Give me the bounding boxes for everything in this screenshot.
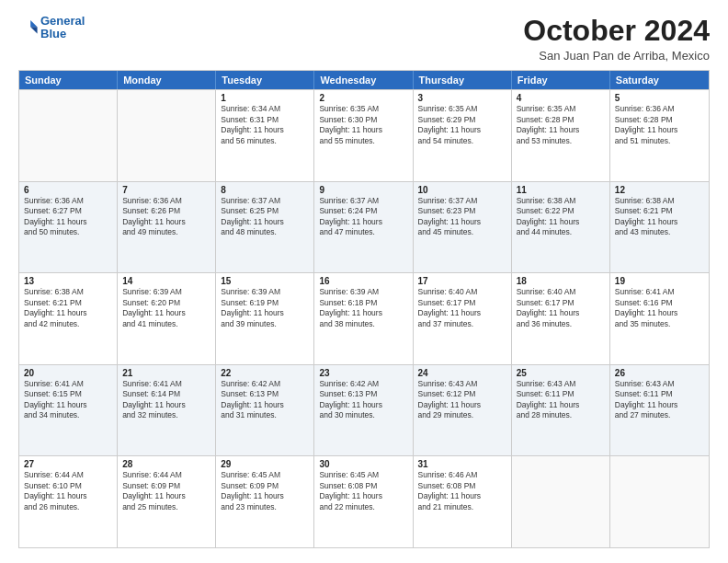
page: General Blue October 2024 San Juan Pan d…: [0, 0, 728, 563]
cell-info-line: Sunset: 6:15 PM: [24, 389, 112, 399]
cell-info-line: and 48 minutes.: [221, 227, 309, 237]
day-number: 8: [221, 185, 309, 195]
calendar-day-4: 4Sunrise: 6:35 AMSunset: 6:28 PMDaylight…: [512, 90, 610, 181]
cell-info-line: and 35 minutes.: [615, 319, 704, 329]
location: San Juan Pan de Arriba, Mexico: [523, 49, 710, 63]
cell-info-line: Daylight: 11 hours: [122, 217, 210, 227]
cell-info-line: and 38 minutes.: [319, 319, 407, 329]
cell-info-line: Sunrise: 6:39 AM: [122, 287, 210, 297]
calendar-day-27: 27Sunrise: 6:44 AMSunset: 6:10 PMDayligh…: [19, 456, 118, 547]
cell-info-line: Daylight: 11 hours: [517, 125, 605, 135]
cell-info-line: Sunrise: 6:39 AM: [319, 287, 407, 297]
cell-info-line: Daylight: 11 hours: [418, 400, 506, 410]
cell-info-line: and 43 minutes.: [615, 227, 704, 237]
cell-info-line: Sunrise: 6:42 AM: [221, 379, 309, 389]
cell-info-line: Daylight: 11 hours: [615, 217, 704, 227]
logo-text: General Blue: [40, 15, 85, 41]
calendar-day-30: 30Sunrise: 6:45 AMSunset: 6:08 PMDayligh…: [314, 456, 413, 547]
cell-info-line: and 53 minutes.: [517, 136, 605, 146]
cell-info-line: and 39 minutes.: [221, 319, 309, 329]
day-number: 11: [517, 185, 605, 195]
cell-info-line: and 51 minutes.: [615, 136, 704, 146]
cell-info-line: and 21 minutes.: [418, 502, 506, 512]
cell-info-line: Sunrise: 6:35 AM: [319, 104, 407, 114]
day-number: 24: [418, 368, 506, 378]
cell-info-line: and 23 minutes.: [221, 502, 309, 512]
title-block: October 2024 San Juan Pan de Arriba, Mex…: [523, 15, 710, 63]
cell-info-line: and 45 minutes.: [418, 227, 506, 237]
calendar-day-16: 16Sunrise: 6:39 AMSunset: 6:18 PMDayligh…: [314, 273, 413, 364]
cell-info-line: and 29 minutes.: [418, 410, 506, 420]
day-number: 18: [517, 276, 605, 286]
header-day-tuesday: Tuesday: [216, 71, 314, 89]
cell-info-line: Sunrise: 6:35 AM: [517, 104, 605, 114]
cell-info-line: Sunrise: 6:37 AM: [221, 196, 309, 206]
cell-info-line: and 26 minutes.: [24, 502, 112, 512]
cell-info-line: Sunrise: 6:34 AM: [221, 104, 309, 114]
calendar-row-4: 20Sunrise: 6:41 AMSunset: 6:15 PMDayligh…: [19, 364, 709, 456]
cell-info-line: and 44 minutes.: [517, 227, 605, 237]
calendar-day-6: 6Sunrise: 6:36 AMSunset: 6:27 PMDaylight…: [19, 182, 118, 273]
cell-info-line: and 36 minutes.: [517, 319, 605, 329]
calendar: SundayMondayTuesdayWednesdayThursdayFrid…: [18, 70, 710, 548]
day-number: 10: [418, 185, 506, 195]
day-number: 6: [24, 185, 112, 195]
cell-info-line: Daylight: 11 hours: [615, 308, 704, 318]
calendar-row-5: 27Sunrise: 6:44 AMSunset: 6:10 PMDayligh…: [19, 455, 709, 547]
day-number: 14: [122, 276, 210, 286]
cell-info-line: Sunrise: 6:43 AM: [517, 379, 605, 389]
cell-info-line: and 25 minutes.: [122, 502, 210, 512]
cell-info-line: and 28 minutes.: [517, 410, 605, 420]
cell-info-line: Sunset: 6:20 PM: [122, 298, 210, 308]
calendar-day-9: 9Sunrise: 6:37 AMSunset: 6:24 PMDaylight…: [314, 182, 413, 273]
day-number: 27: [24, 459, 112, 469]
cell-info-line: Daylight: 11 hours: [221, 217, 309, 227]
calendar-day-11: 11Sunrise: 6:38 AMSunset: 6:22 PMDayligh…: [512, 182, 610, 273]
cell-info-line: Daylight: 11 hours: [24, 491, 112, 501]
calendar-empty-cell: [610, 456, 709, 547]
cell-info-line: Sunrise: 6:45 AM: [319, 470, 407, 480]
day-number: 20: [24, 368, 112, 378]
cell-info-line: Daylight: 11 hours: [418, 308, 506, 318]
calendar-day-20: 20Sunrise: 6:41 AMSunset: 6:15 PMDayligh…: [19, 365, 118, 456]
cell-info-line: and 50 minutes.: [24, 227, 112, 237]
cell-info-line: Sunset: 6:09 PM: [221, 481, 309, 491]
cell-info-line: and 37 minutes.: [418, 319, 506, 329]
cell-info-line: and 55 minutes.: [319, 136, 407, 146]
day-number: 5: [615, 93, 704, 103]
calendar-day-1: 1Sunrise: 6:34 AMSunset: 6:31 PMDaylight…: [216, 90, 314, 181]
day-number: 15: [221, 276, 309, 286]
header-day-wednesday: Wednesday: [314, 71, 413, 89]
calendar-row-1: 1Sunrise: 6:34 AMSunset: 6:31 PMDaylight…: [19, 89, 709, 181]
cell-info-line: and 49 minutes.: [122, 227, 210, 237]
day-number: 26: [615, 368, 704, 378]
cell-info-line: Sunrise: 6:37 AM: [319, 196, 407, 206]
calendar-day-15: 15Sunrise: 6:39 AMSunset: 6:19 PMDayligh…: [216, 273, 314, 364]
calendar-day-22: 22Sunrise: 6:42 AMSunset: 6:13 PMDayligh…: [216, 365, 314, 456]
cell-info-line: Daylight: 11 hours: [418, 491, 506, 501]
day-number: 17: [418, 276, 506, 286]
day-number: 12: [615, 185, 704, 195]
calendar-day-24: 24Sunrise: 6:43 AMSunset: 6:12 PMDayligh…: [414, 365, 512, 456]
cell-info-line: Daylight: 11 hours: [24, 400, 112, 410]
cell-info-line: Sunset: 6:08 PM: [319, 481, 407, 491]
calendar-day-14: 14Sunrise: 6:39 AMSunset: 6:20 PMDayligh…: [118, 273, 216, 364]
cell-info-line: and 34 minutes.: [24, 410, 112, 420]
logo-icon: [18, 17, 39, 38]
calendar-day-25: 25Sunrise: 6:43 AMSunset: 6:11 PMDayligh…: [512, 365, 610, 456]
cell-info-line: Sunrise: 6:43 AM: [418, 379, 506, 389]
cell-info-line: Sunset: 6:21 PM: [24, 298, 112, 308]
cell-info-line: Sunset: 6:14 PM: [122, 389, 210, 399]
cell-info-line: Sunset: 6:11 PM: [517, 389, 605, 399]
cell-info-line: Sunset: 6:25 PM: [221, 206, 309, 216]
calendar-day-21: 21Sunrise: 6:41 AMSunset: 6:14 PMDayligh…: [118, 365, 216, 456]
calendar-row-3: 13Sunrise: 6:38 AMSunset: 6:21 PMDayligh…: [19, 272, 709, 364]
day-number: 30: [319, 459, 407, 469]
calendar-day-8: 8Sunrise: 6:37 AMSunset: 6:25 PMDaylight…: [216, 182, 314, 273]
day-number: 19: [615, 276, 704, 286]
cell-info-line: Sunset: 6:11 PM: [615, 389, 704, 399]
cell-info-line: Sunset: 6:17 PM: [418, 298, 506, 308]
header-day-saturday: Saturday: [610, 71, 709, 89]
cell-info-line: Sunset: 6:08 PM: [418, 481, 506, 491]
cell-info-line: Sunset: 6:22 PM: [517, 206, 605, 216]
